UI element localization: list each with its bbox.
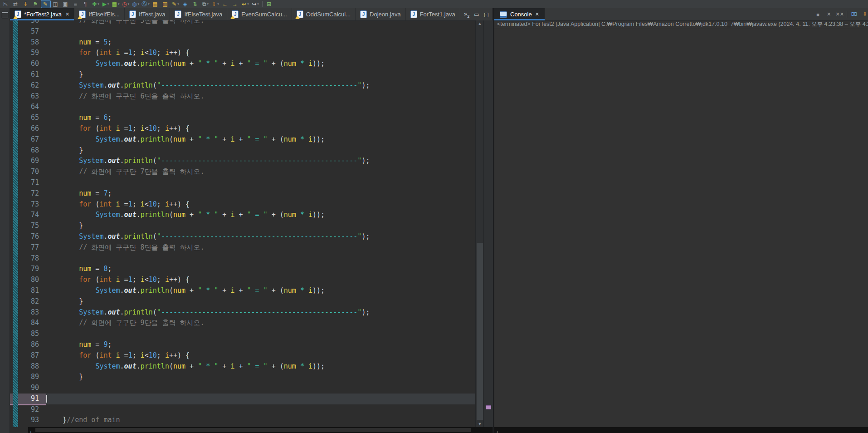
code-line[interactable]: 82 }: [10, 296, 475, 307]
currency-tool-icon[interactable]: Ⓢ ▾: [141, 0, 150, 8]
code-line[interactable]: 92: [10, 404, 475, 415]
code-line[interactable]: 86 num = 9;: [10, 340, 475, 350]
code-line[interactable]: 68 }: [10, 145, 475, 156]
code-line[interactable]: 57: [10, 26, 475, 37]
editor-tab[interactable]: J *ForTest2.java ✕: [10, 8, 74, 20]
editor-horizontal-scrollbar[interactable]: ‹: [28, 427, 493, 433]
code-line[interactable]: 84 // 화면에 구구단 9단을 출력 하시오.: [10, 318, 475, 329]
code-line[interactable]: 71: [10, 177, 475, 188]
code-line[interactable]: 72 num = 7;: [10, 188, 475, 199]
editor-tab[interactable]: J IfTest.java ✕: [125, 8, 171, 20]
code-line[interactable]: 81 System.out.println(num + " * " + i + …: [10, 285, 475, 296]
back-icon[interactable]: ↩ ▾: [241, 0, 250, 8]
editor-vertical-scrollbar[interactable]: ▲ ▼: [475, 20, 484, 427]
chevron-down-icon[interactable]: ▾: [247, 0, 249, 8]
toolbar-icon[interactable]: [262, 1, 263, 7]
open-type-icon[interactable]: ▤: [151, 0, 160, 8]
push-icon[interactable]: ⇧ ▾: [211, 0, 220, 8]
debug-icon[interactable]: ✤ ▾: [91, 0, 100, 8]
chevron-down-icon[interactable]: ▾: [127, 0, 129, 8]
chevron-down-icon[interactable]: ▾: [148, 0, 150, 8]
code-line[interactable]: 69 System.out.println("-----------------…: [10, 156, 475, 167]
collapse-all-icon[interactable]: ⇱: [1, 0, 10, 8]
code-line[interactable]: 73 for (int i =1; i<10; i++) {: [10, 199, 475, 210]
terminate-icon[interactable]: ■: [814, 11, 822, 18]
code-line[interactable]: 77 // 화면에 구구단 8단을 출력 하시오.: [10, 242, 475, 253]
mark-occurrences-icon[interactable]: ✎: [41, 0, 50, 8]
external-browser-icon[interactable]: ◍ ▾: [131, 0, 140, 8]
close-icon[interactable]: ✕: [535, 11, 539, 17]
code-line[interactable]: 61 }: [10, 69, 475, 80]
scroll-left-icon[interactable]: ‹: [28, 429, 33, 433]
restore-view-icon[interactable]: [2, 12, 8, 18]
code-line[interactable]: 90: [10, 383, 475, 394]
code-line[interactable]: 76 System.out.println("-----------------…: [10, 231, 475, 242]
code-line[interactable]: 63 // 화면에 구구단 6단을 출력 하시오.: [10, 91, 475, 102]
show-whitespace-icon[interactable]: ¶: [81, 0, 90, 8]
code-line[interactable]: 64: [10, 102, 475, 113]
code-line[interactable]: 66 for (int i =1; i<10; i++) {: [10, 123, 475, 134]
open-resource-icon[interactable]: ▥: [161, 0, 170, 8]
close-icon[interactable]: ✕: [65, 11, 69, 17]
code-line[interactable]: 91: [10, 394, 475, 404]
cursor-position-marker[interactable]: [486, 405, 491, 409]
team-sync-icon[interactable]: ⇅: [191, 0, 200, 8]
coverage-icon[interactable]: ▦ ▾: [111, 0, 120, 8]
previous-annotation-icon[interactable]: ←: [221, 0, 230, 8]
code-line[interactable]: 67 System.out.println(num + " * " + i + …: [10, 134, 475, 145]
code-line[interactable]: 87 for (int i =1; i<10; i++) {: [10, 350, 475, 361]
open-console-icon[interactable]: ⊞: [265, 0, 274, 8]
console-toolbar-icon[interactable]: [847, 11, 847, 18]
scroll-up-icon[interactable]: ▲: [476, 21, 484, 26]
show-selected-element-icon[interactable]: ◫: [51, 0, 60, 8]
chevron-down-icon[interactable]: ▾: [107, 0, 109, 8]
code-line[interactable]: 93 }//end of main: [10, 415, 475, 426]
editor-tab[interactable]: J OddSumCalcul... ✕: [292, 8, 356, 20]
code-editor[interactable]: 56 // 화면에 구구단 5단을 출력 하시오. 57 58 num = 5;…: [10, 20, 475, 427]
checkin-icon[interactable]: ⧉ ▾: [201, 0, 210, 8]
overview-ruler[interactable]: [483, 20, 493, 427]
code-line[interactable]: 60 System.out.println(num + " * " + i + …: [10, 59, 475, 69]
editor-tab[interactable]: J Dojeon.java ✕: [356, 8, 406, 20]
run-icon[interactable]: ▶ ▾: [101, 0, 110, 8]
breakpoint-flag-icon[interactable]: ⚑: [31, 0, 40, 8]
code-line[interactable]: 74 System.out.println(num + " * " + i + …: [10, 210, 475, 221]
code-line[interactable]: 75 }: [10, 221, 475, 231]
code-line[interactable]: 70 // 화면에 구구단 7단을 출력 하시오.: [10, 167, 475, 177]
link-with-editor-icon[interactable]: ⇄: [11, 0, 20, 8]
code-line[interactable]: 62 System.out.println("-----------------…: [10, 80, 475, 91]
clear-console-icon[interactable]: ⌧: [850, 11, 858, 18]
editor-tab[interactable]: J ForTest1.java ✕: [406, 8, 460, 20]
code-line[interactable]: 78: [10, 253, 475, 264]
profile-icon[interactable]: ◷ ▾: [121, 0, 130, 8]
code-line[interactable]: 58 num = 5;: [10, 37, 475, 48]
code-line[interactable]: 80 for (int i =1; i<10; i++) {: [10, 275, 475, 285]
code-line[interactable]: 59 for (int i =1; i<10; i++) {: [10, 48, 475, 59]
console-output[interactable]: [494, 28, 868, 427]
minimize-icon[interactable]: ▭: [474, 11, 479, 18]
chevron-down-icon[interactable]: ▾: [217, 0, 219, 8]
remove-launch-icon[interactable]: ✕: [825, 11, 833, 18]
chevron-down-icon[interactable]: ▾: [118, 0, 120, 8]
next-annotation-icon[interactable]: →: [231, 0, 240, 8]
code-line[interactable]: 56 // 화면에 구구단 5단을 출력 하시오.: [10, 20, 475, 26]
tab-console[interactable]: Console ✕: [494, 8, 545, 20]
remove-all-launches-icon[interactable]: ✕✕: [836, 11, 844, 18]
annotate-icon[interactable]: ✎ ▾: [171, 0, 180, 8]
more-tabs-button[interactable]: »2: [464, 10, 469, 19]
forward-icon[interactable]: ↪ ▾: [251, 0, 260, 8]
code-line[interactable]: 65 num = 6;: [10, 113, 475, 123]
code-line[interactable]: 88 System.out.println(num + " * " + i + …: [10, 361, 475, 372]
chevron-down-icon[interactable]: ▾: [137, 0, 139, 8]
code-line[interactable]: 89 }: [10, 372, 475, 383]
editor-tab[interactable]: J EvenSumCalcu... ✕: [227, 8, 292, 20]
import-icon[interactable]: ↧: [21, 0, 30, 8]
scrollbar-thumb[interactable]: [35, 428, 471, 432]
scrollbar-thumb[interactable]: [477, 243, 483, 420]
code-line[interactable]: 79 num = 8;: [10, 264, 475, 275]
chevron-down-icon[interactable]: ▾: [207, 0, 209, 8]
chevron-down-icon[interactable]: ▾: [98, 0, 99, 8]
code-line[interactable]: 83 System.out.println("-----------------…: [10, 307, 475, 318]
console-horizontal-scrollbar[interactable]: ‹: [494, 427, 868, 433]
editor-tab[interactable]: J IfElseTest.java ✕: [170, 8, 227, 20]
